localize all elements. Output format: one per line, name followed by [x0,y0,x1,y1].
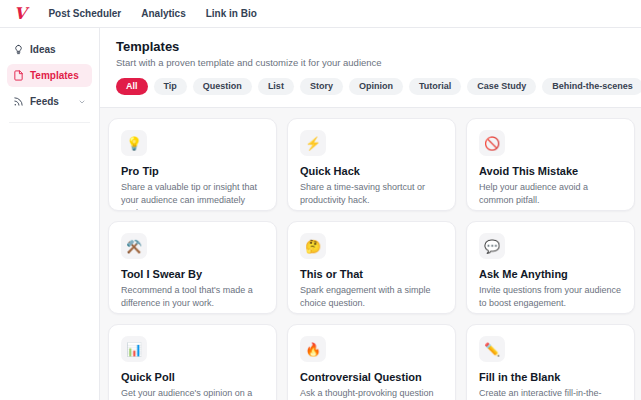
template-card-pro-tip[interactable]: 💡Pro TipShare a valuable tip or insight … [108,118,277,211]
lightbulb-emoji-icon: 💡 [121,130,147,156]
card-description: Invite questions from your audience to b… [479,284,622,310]
zap-emoji-icon: ⚡ [300,130,326,156]
speech-bubble-emoji-icon: 💬 [479,233,505,259]
topbar-nav: Post SchedulerAnalyticsLink in Bio [48,8,256,19]
topbar: V Post SchedulerAnalyticsLink in Bio [0,0,641,28]
card-title: Pro Tip [121,165,264,177]
sidebar-divider [9,122,90,123]
card-description: Help your audience avoid a common pitfal… [479,181,622,207]
template-grid: 💡Pro TipShare a valuable tip or insight … [100,108,641,400]
thinking-face-emoji-icon: 🤔 [300,233,326,259]
filter-chip-tutorial[interactable]: Tutorial [409,78,461,95]
card-description: Ask a thought-provoking question that sp… [300,387,443,400]
template-card-avoid-this-mistake[interactable]: 🚫Avoid This MistakeHelp your audience av… [466,118,635,211]
sidebar-item-feeds[interactable]: Feeds [7,90,92,113]
lightbulb-icon [13,44,24,55]
filter-chip-behind-the-scenes[interactable]: Behind-the-scenes [542,78,641,95]
template-card-controversial-question[interactable]: 🔥Controversial QuestionAsk a thought-pro… [287,324,456,400]
sidebar: IdeasTemplatesFeeds [0,28,100,400]
template-card-quick-poll[interactable]: 📊Quick PollGet your audience's opinion o… [108,324,277,400]
rss-icon [13,96,24,107]
card-description: Get your audience's opinion on a relevan… [121,387,264,400]
filter-chip-case-study[interactable]: Case Study [467,78,536,95]
card-description: Share a time-saving shortcut or producti… [300,181,443,207]
templates-header: Templates Start with a proven template a… [100,28,641,108]
main-content: Templates Start with a proven template a… [100,28,641,400]
template-card-tool-i-swear-by[interactable]: ⚒️Tool I Swear ByRecommend a tool that's… [108,221,277,314]
template-card-ask-me-anything[interactable]: 💬Ask Me AnythingInvite questions from yo… [466,221,635,314]
page-subtitle: Start with a proven template and customi… [116,57,625,68]
no-entry-emoji-icon: 🚫 [479,130,505,156]
pencil-emoji-icon: ✏️ [479,336,505,362]
nav-post-scheduler[interactable]: Post Scheduler [48,8,121,19]
template-card-fill-in-the-blank[interactable]: ✏️Fill in the BlankCreate an interactive… [466,324,635,400]
fire-emoji-icon: 🔥 [300,336,326,362]
filter-chip-opinion[interactable]: Opinion [349,78,403,95]
filter-chip-tip[interactable]: Tip [154,78,187,95]
chevron-down-icon[interactable] [78,98,86,106]
sidebar-item-label: Feeds [30,96,59,107]
card-title: Quick Hack [300,165,443,177]
template-card-this-or-that[interactable]: 🤔This or ThatSpark engagement with a sim… [287,221,456,314]
card-title: Fill in the Blank [479,371,622,383]
card-title: Tool I Swear By [121,268,264,280]
card-title: Quick Poll [121,371,264,383]
tools-emoji-icon: ⚒️ [121,233,147,259]
filter-chip-question[interactable]: Question [193,78,252,95]
card-title: Controversial Question [300,371,443,383]
card-description: Create an interactive fill-in-the-blank … [479,387,622,400]
filter-chip-list[interactable]: List [258,78,294,95]
nav-link-in-bio[interactable]: Link in Bio [206,8,257,19]
bar-chart-emoji-icon: 📊 [121,336,147,362]
card-title: Avoid This Mistake [479,165,622,177]
app-shell: IdeasTemplatesFeeds Templates Start with… [0,28,641,400]
card-title: Ask Me Anything [479,268,622,280]
sidebar-item-label: Ideas [30,44,56,55]
nav-analytics[interactable]: Analytics [141,8,185,19]
filter-chip-all[interactable]: All [116,78,148,95]
sidebar-item-ideas[interactable]: Ideas [7,38,92,61]
card-description: Spark engagement with a simple choice qu… [300,284,443,310]
sidebar-items: IdeasTemplatesFeeds [7,38,92,116]
card-description: Share a valuable tip or insight that you… [121,181,264,211]
card-title: This or That [300,268,443,280]
filter-chip-story[interactable]: Story [300,78,343,95]
sidebar-item-templates[interactable]: Templates [7,64,92,87]
filter-chips: AllTipQuestionListStoryOpinionTutorialCa… [116,78,625,95]
template-card-quick-hack[interactable]: ⚡Quick HackShare a time-saving shortcut … [287,118,456,211]
sidebar-item-label: Templates [30,70,79,81]
card-description: Recommend a tool that's made a differenc… [121,284,264,310]
document-icon [13,70,24,81]
app-logo[interactable]: V [14,6,26,22]
page-title: Templates [116,39,625,54]
